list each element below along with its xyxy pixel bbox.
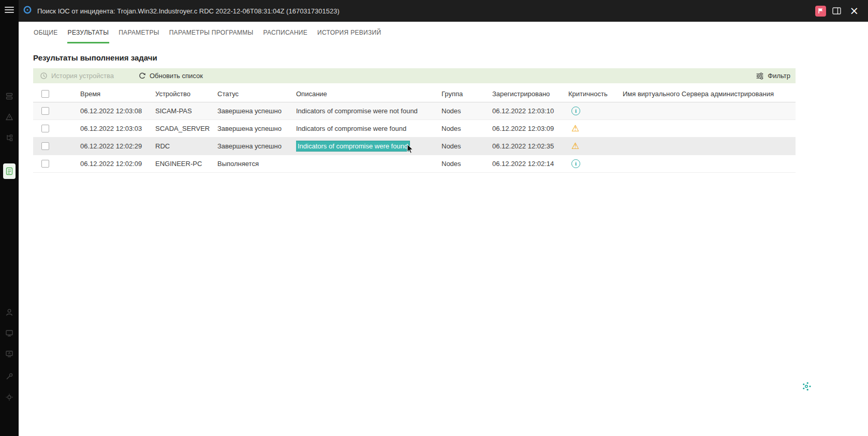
filter-icon bbox=[756, 72, 764, 80]
console-icon[interactable] bbox=[5, 329, 13, 337]
device-history-button[interactable]: История устройства bbox=[40, 72, 114, 80]
toolbar: История устройства Обновить список Фильт… bbox=[33, 68, 796, 83]
tab-schedule[interactable]: РАСПИСАНИЕ bbox=[263, 22, 308, 43]
tab-results[interactable]: РЕЗУЛЬТАТЫ bbox=[67, 22, 110, 43]
history-icon bbox=[40, 72, 48, 80]
col-group: Группа bbox=[442, 86, 492, 102]
content-area: Результаты выполнения задачи История уст… bbox=[33, 43, 796, 173]
settings-icon[interactable] bbox=[5, 393, 13, 401]
col-device: Устройство bbox=[155, 86, 217, 102]
table-row-selected[interactable]: 06.12.2022 12:02:29 RDC Завершена успешн… bbox=[33, 137, 796, 155]
close-icon[interactable]: × bbox=[847, 6, 861, 16]
col-severity: Критичность bbox=[568, 86, 623, 102]
col-time: Время bbox=[80, 86, 155, 102]
sidebar-item-tasks-active[interactable] bbox=[3, 163, 16, 179]
row-checkbox[interactable] bbox=[41, 142, 49, 150]
warning-icon: ⚠ bbox=[571, 141, 579, 151]
user-icon[interactable] bbox=[5, 308, 13, 317]
row-checkbox[interactable] bbox=[41, 160, 49, 168]
col-status: Статус bbox=[217, 86, 296, 102]
window-title: Поиск IOC от инцидента: Trojan.Win32.Ind… bbox=[37, 7, 340, 15]
mouse-cursor bbox=[407, 144, 414, 154]
filter-button[interactable]: Фильтр bbox=[756, 72, 790, 80]
incident-icon bbox=[23, 5, 32, 17]
page-title: Результаты выполнения задачи bbox=[33, 53, 796, 62]
info-icon: i bbox=[571, 107, 580, 115]
devices-icon[interactable] bbox=[5, 92, 13, 100]
table-row[interactable]: 06.12.2022 12:02:09 ENGINEER-PC Выполняе… bbox=[33, 155, 796, 172]
row-checkbox[interactable] bbox=[41, 107, 49, 115]
screen-share-icon[interactable] bbox=[5, 350, 13, 358]
selected-description-text[interactable]: Indicators of compromise were found bbox=[296, 141, 409, 151]
tab-general[interactable]: ОБЩИЕ bbox=[33, 22, 58, 43]
titlebar: Поиск IOC от инцидента: Trojan.Win32.Ind… bbox=[19, 0, 868, 22]
accessibility-dock-icon[interactable] bbox=[800, 380, 813, 395]
flag-button[interactable] bbox=[815, 6, 826, 17]
refresh-list-button[interactable]: Обновить список bbox=[138, 72, 203, 80]
tab-revision-history[interactable]: ИСТОРИЯ РЕВИЗИЙ bbox=[317, 22, 381, 43]
alerts-icon[interactable] bbox=[5, 113, 13, 121]
table-row[interactable]: 06.12.2022 12:03:08 SICAM-PAS Завершена … bbox=[33, 102, 796, 119]
select-all-checkbox[interactable] bbox=[41, 90, 49, 98]
col-description: Описание bbox=[296, 86, 442, 102]
refresh-icon bbox=[138, 72, 146, 80]
wrench-icon[interactable] bbox=[5, 372, 13, 381]
row-checkbox[interactable] bbox=[41, 125, 49, 132]
table-row[interactable]: 06.12.2022 12:03:03 SCADA_SERVER Заверше… bbox=[33, 119, 796, 137]
menu-icon[interactable] bbox=[5, 7, 14, 13]
tab-app-parameters[interactable]: ПАРАМЕТРЫ ПРОГРАММЫ bbox=[169, 22, 254, 43]
layout-panels-button[interactable] bbox=[832, 7, 841, 14]
tab-bar: ОБЩИЕ РЕЗУЛЬТАТЫ ПАРАМЕТРЫ ПАРАМЕТРЫ ПРО… bbox=[19, 22, 868, 43]
info-icon: i bbox=[571, 159, 580, 168]
results-table: Время Устройство Статус Описание Группа … bbox=[33, 86, 796, 173]
left-sidebar bbox=[0, 0, 19, 436]
hierarchy-icon[interactable] bbox=[5, 133, 13, 142]
app-window: Поиск IOC от инцидента: Trojan.Win32.Ind… bbox=[0, 0, 868, 436]
tab-parameters[interactable]: ПАРАМЕТРЫ bbox=[118, 22, 160, 43]
col-registered: Зарегистрировано bbox=[492, 86, 568, 102]
table-header-row: Время Устройство Статус Описание Группа … bbox=[33, 86, 796, 102]
warning-icon: ⚠ bbox=[571, 123, 579, 133]
col-virtual-server: Имя виртуального Сервера администрирован… bbox=[623, 86, 796, 102]
